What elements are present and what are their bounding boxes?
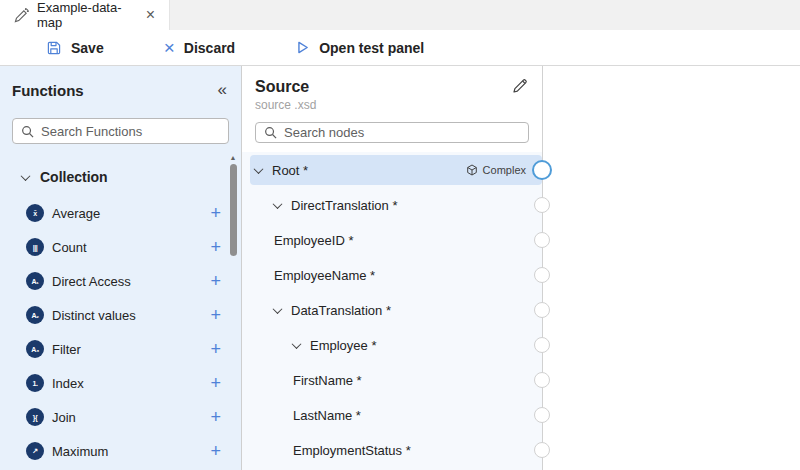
open-test-panel-label: Open test panel: [319, 40, 424, 56]
function-item-maximum[interactable]: ↗ Maximum +: [0, 434, 241, 468]
functions-scrollbar[interactable]: ▲: [228, 154, 238, 468]
category-collection-label: Collection: [40, 169, 108, 185]
edit-schema-pencil-icon[interactable]: [512, 78, 528, 94]
source-schema-filename: source .xsd: [242, 96, 542, 112]
connector-handle[interactable]: [534, 232, 550, 248]
category-collection[interactable]: Collection: [0, 166, 241, 188]
save-icon: [46, 40, 62, 56]
tree-node-label: LastName *: [293, 408, 361, 423]
mapping-canvas[interactable]: [543, 66, 800, 470]
nodes-search-input[interactable]: [284, 125, 520, 140]
add-function-button[interactable]: +: [210, 374, 221, 392]
data-mapper-app: Example-data-map × Save × Discard: [0, 0, 800, 470]
save-label: Save: [71, 40, 104, 56]
function-item-distinct-values[interactable]: A₂ Distinct values +: [0, 298, 241, 332]
index-icon: 1.: [26, 374, 44, 392]
connector-handle[interactable]: [534, 197, 550, 213]
open-test-panel-button[interactable]: Open test panel: [295, 40, 424, 56]
tree-node-firstname[interactable]: FirstName *: [250, 365, 542, 395]
search-icon: [264, 126, 277, 139]
tree-node-directtranslation[interactable]: DirectTranslation *: [250, 190, 542, 220]
chevron-down-icon: [21, 171, 31, 181]
average-icon: x̄: [26, 204, 44, 222]
tree-node-label: Root *: [272, 163, 308, 178]
add-function-button[interactable]: +: [210, 306, 221, 324]
discard-button[interactable]: × Discard: [164, 38, 235, 57]
connector-handle[interactable]: [532, 160, 552, 180]
source-panel: Source source .xsd: [242, 66, 543, 470]
count-icon: |||: [26, 238, 44, 256]
add-function-button[interactable]: +: [210, 238, 221, 256]
connector-handle[interactable]: [534, 372, 550, 388]
add-function-button[interactable]: +: [210, 204, 221, 222]
connector-handle[interactable]: [534, 302, 550, 318]
function-item-count[interactable]: ||| Count +: [0, 230, 241, 264]
discard-x-icon: ×: [164, 38, 175, 57]
tree-node-root[interactable]: Root * Complex: [250, 155, 542, 185]
chevron-down-icon[interactable]: [254, 164, 264, 174]
tab-bar: Example-data-map ×: [0, 0, 800, 30]
source-schema-tree: Root * Complex DirectTranslation *: [242, 152, 542, 470]
chevron-down-icon[interactable]: [292, 339, 302, 349]
search-icon: [21, 125, 34, 138]
function-item-index[interactable]: 1. Index +: [0, 366, 241, 400]
tree-node-employeename[interactable]: EmployeeName *: [250, 260, 542, 290]
tree-node-label: EmploymentStatus *: [293, 443, 411, 458]
tree-node-label: EmployeeID *: [274, 233, 353, 248]
discard-label: Discard: [184, 40, 235, 56]
functions-search-input[interactable]: [41, 124, 220, 139]
chevron-down-icon[interactable]: [273, 304, 283, 314]
tree-node-label: Employee *: [310, 338, 376, 353]
add-function-button[interactable]: +: [210, 340, 221, 358]
tree-node-employmentstatus[interactable]: EmploymentStatus *: [250, 435, 542, 465]
tree-node-label: DataTranslation *: [291, 303, 391, 318]
tree-node-label: FirstName *: [293, 373, 362, 388]
maximum-icon: ↗: [26, 442, 44, 460]
source-panel-title: Source: [255, 78, 309, 96]
connector-handle[interactable]: [534, 407, 550, 423]
functions-list: x̄ Average + ||| Count + A₁ Direct Acces…: [0, 196, 241, 468]
tab-close-icon[interactable]: ×: [144, 7, 157, 23]
complex-type-badge: Complex: [466, 164, 526, 176]
tree-node-label: EmployeeName *: [274, 268, 375, 283]
function-item-join[interactable]: }{ Join +: [0, 400, 241, 434]
tree-node-label: DirectTranslation *: [291, 198, 397, 213]
tree-node-employeeid[interactable]: EmployeeID *: [250, 225, 542, 255]
distinct-values-icon: A₂: [26, 306, 44, 324]
save-button[interactable]: Save: [46, 40, 104, 56]
command-toolbar: Save × Discard Open test panel: [0, 30, 800, 66]
connector-handle[interactable]: [534, 337, 550, 353]
tree-node-employee[interactable]: Employee *: [250, 330, 542, 360]
functions-panel-title: Functions: [12, 82, 84, 99]
scrollbar-thumb[interactable]: [230, 164, 237, 256]
collapse-panel-icon[interactable]: «: [218, 80, 227, 100]
function-item-direct-access[interactable]: A₁ Direct Access +: [0, 264, 241, 298]
chevron-down-icon[interactable]: [273, 199, 283, 209]
tab-title: Example-data-map: [37, 0, 136, 30]
connector-handle[interactable]: [534, 267, 550, 283]
scroll-up-icon[interactable]: ▲: [228, 154, 238, 161]
add-function-button[interactable]: +: [210, 408, 221, 426]
function-item-filter[interactable]: A₃ Filter +: [0, 332, 241, 366]
connector-handle[interactable]: [534, 442, 550, 458]
add-function-button[interactable]: +: [210, 272, 221, 290]
nodes-search-box: [255, 122, 529, 143]
data-map-pen-icon: [14, 8, 29, 23]
join-icon: }{: [26, 408, 44, 426]
functions-panel: Functions « Collection x̄ Average: [0, 66, 242, 470]
add-function-button[interactable]: +: [210, 442, 221, 460]
function-item-average[interactable]: x̄ Average +: [0, 196, 241, 230]
main-area: Functions « Collection x̄ Average: [0, 66, 800, 470]
tree-node-datatranslation[interactable]: DataTranslation *: [250, 295, 542, 325]
tree-node-lastname[interactable]: LastName *: [250, 400, 542, 430]
filter-icon: A₃: [26, 340, 44, 358]
tab-example-data-map[interactable]: Example-data-map ×: [0, 0, 170, 30]
direct-access-icon: A₁: [26, 272, 44, 290]
functions-search-box: [12, 118, 229, 144]
play-icon: [295, 40, 310, 55]
cube-icon: [466, 164, 478, 176]
